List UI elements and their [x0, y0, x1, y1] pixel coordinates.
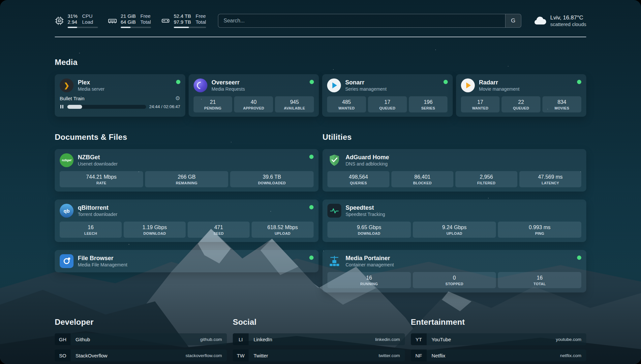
memory-total-value: 64 GiB	[121, 19, 136, 25]
playback-progress-bar	[67, 105, 146, 109]
memory-widget: 21 GiB 64 GiB Free Total	[108, 13, 151, 28]
app-name: File Browser	[78, 255, 127, 262]
disk-icon	[161, 16, 170, 25]
bookmark-netflix[interactable]: NF Netflix netflix.com	[411, 349, 586, 361]
app-description: DNS and adblocking	[346, 161, 389, 167]
app-card-adguard[interactable]: AdGuard Home DNS and adblocking 498,564 …	[322, 149, 586, 192]
stat-tile: 47.569 ms LATENCY	[519, 171, 581, 187]
app-card-sonarr[interactable]: Sonarr Series management 485 WANTED 17 Q…	[322, 74, 453, 117]
stat-label: SEED	[189, 231, 248, 235]
app-description: Media server	[78, 86, 105, 92]
section-title-developer: Developer	[55, 318, 227, 327]
bookmark-group-developer: Developer GH Github github.com SO StackO…	[55, 318, 227, 364]
stat-tile: 9.24 Gbps UPLOAD	[413, 222, 496, 238]
status-dot-online	[176, 80, 180, 84]
stat-tile: 16 RUNNING	[327, 272, 411, 288]
app-name: Plex	[78, 79, 105, 86]
memory-progress-bar	[121, 27, 151, 28]
app-card-portainer[interactable]: Media Portainer Container management 16 …	[322, 250, 586, 292]
cpu-icon	[55, 16, 64, 25]
disk-free-value: 52.4 TB	[174, 13, 191, 19]
app-description: Speedtest Tracking	[346, 211, 385, 217]
disk-widget: 52.4 TB 97.9 TB Free Total	[161, 13, 206, 28]
disk-label-top: Free	[196, 13, 206, 19]
search-bar: G	[218, 14, 521, 28]
sonarr-icon	[327, 78, 341, 92]
app-card-qbittorrent[interactable]: qb qBittorrent Torrent downloader 16 LEE…	[55, 199, 319, 242]
status-dot-online	[309, 155, 314, 159]
gear-icon[interactable]: ⚙	[175, 96, 180, 101]
stat-value: 47.569 ms	[521, 174, 580, 180]
stat-label: MOVIES	[544, 106, 580, 110]
memory-free-value: 21 GiB	[121, 13, 136, 19]
stat-tile: 485 WANTED	[327, 96, 366, 112]
bookmark-abbr: GH	[55, 333, 71, 345]
stat-value: 39.6 TB	[231, 174, 312, 180]
stat-tile: 498,564 QUERIES	[327, 171, 389, 187]
stat-tile: 266 GB REMAINING	[145, 171, 229, 187]
status-dot-online	[577, 256, 581, 260]
disk-total-value: 97.9 TB	[174, 19, 191, 25]
stat-label: FILTERED	[457, 181, 516, 185]
cpu-usage-percent: 31%	[68, 13, 77, 19]
disk-progress-bar	[174, 27, 206, 28]
pause-button[interactable]	[60, 104, 64, 109]
app-card-nzbget[interactable]: nzbget NZBGet Usenet downloader 744.21 M…	[55, 149, 319, 192]
stat-tile: 196 SERIES	[409, 96, 448, 112]
stat-tile: 17 QUEUED	[368, 96, 407, 112]
app-card-plex[interactable]: ❯ Plex Media server Bullet Train ⚙ 24:44…	[55, 74, 185, 117]
weather-widget: Lviv, 16.87°C scattered clouds	[533, 14, 586, 27]
app-card-overseerr[interactable]: Overseerr Media Requests 21 PENDING 40 A…	[189, 74, 319, 117]
app-name: Media Portainer	[346, 255, 394, 262]
stat-value: 618.52 Mbps	[253, 224, 312, 231]
cpu-widget: 31% 2.94 CPU Load	[55, 13, 98, 28]
section-title-entertainment: Entertainment	[411, 318, 586, 327]
bookmark-abbr: SO	[55, 349, 71, 361]
stat-value: 9.24 Gbps	[414, 224, 495, 231]
stat-label: QUEUED	[369, 106, 406, 110]
cpu-label-top: CPU	[82, 13, 93, 19]
bookmark-twitter[interactable]: TW Twitter twitter.com	[233, 349, 405, 361]
stat-value: 86,401	[393, 174, 452, 180]
app-card-filebrowser[interactable]: File Browser Media File Management	[55, 250, 319, 272]
stat-tile: 0.993 ms PING	[498, 222, 581, 238]
app-card-radarr[interactable]: Radarr Movie management 17 WANTED 22 QUE…	[456, 74, 587, 117]
bookmark-youtube[interactable]: YT YouTube youtube.com	[411, 333, 586, 345]
app-description: Series management	[345, 86, 386, 92]
bookmark-url: netflix.com	[560, 353, 581, 358]
app-description: Media File Management	[78, 262, 127, 268]
bookmark-name: Github	[76, 337, 90, 342]
stat-label: TOTAL	[499, 282, 580, 286]
stat-tile: 16 LEECH	[60, 222, 122, 238]
utilities-column: Utilities AdGuard Home	[322, 133, 586, 292]
bookmark-linkedin[interactable]: LI LinkedIn linkedin.com	[233, 333, 405, 345]
stat-label: WANTED	[328, 106, 365, 110]
section-title-social: Social	[233, 318, 405, 327]
search-input[interactable]	[218, 14, 505, 27]
app-card-speedtest[interactable]: Speedtest Speedtest Tracking 9.65 Gbps D…	[322, 199, 586, 242]
bookmark-stackoverflow[interactable]: SO StackOverflow stackoverflow.com	[55, 349, 227, 361]
bookmark-abbr: YT	[411, 333, 427, 345]
stat-tile: 618.52 Mbps UPLOAD	[252, 222, 314, 238]
stat-label: BLOCKED	[393, 181, 452, 185]
cpu-progress-bar	[68, 27, 98, 28]
status-dot-online	[309, 205, 314, 209]
dashboard-page: 31% 2.94 CPU Load	[0, 0, 641, 364]
stat-tile: 834 MOVIES	[542, 96, 581, 112]
bookmark-github[interactable]: GH Github github.com	[55, 333, 227, 345]
stat-value: 498,564	[329, 174, 388, 180]
stat-value: 22	[503, 99, 539, 106]
bookmark-group-entertainment: Entertainment YT YouTube youtube.com NF …	[411, 318, 586, 364]
stat-label: WANTED	[462, 106, 499, 110]
stat-value: 17	[462, 99, 499, 106]
stat-tile: 471 SEED	[188, 222, 250, 238]
stat-label: REMAINING	[146, 181, 227, 185]
header-divider	[55, 37, 586, 37]
qbittorrent-icon: qb	[60, 204, 74, 218]
app-description: Media Requests	[212, 86, 245, 92]
filebrowser-icon	[60, 254, 74, 268]
nzbget-icon: nzbget	[60, 153, 74, 167]
stat-label: PENDING	[195, 106, 231, 110]
search-provider-button[interactable]: G	[505, 14, 521, 27]
disk-label-bottom: Total	[196, 19, 206, 25]
